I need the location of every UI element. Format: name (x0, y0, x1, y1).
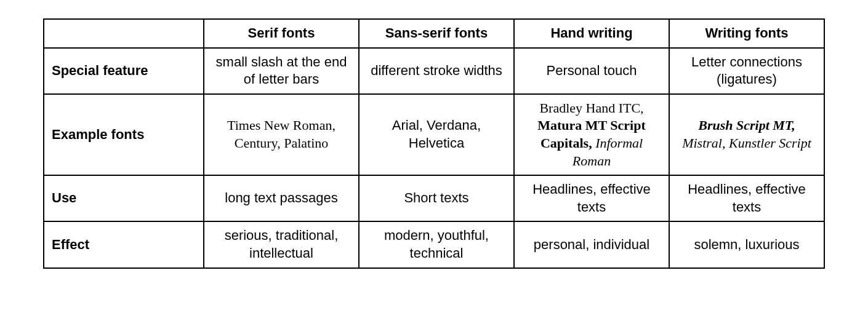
table-row: Effect serious, traditional, intellectua… (44, 221, 824, 268)
cell-effect-write: solemn, luxurious (669, 221, 824, 268)
font-comparison-table: Serif fonts Sans-serif fonts Hand writin… (43, 18, 825, 269)
row-label-special-feature: Special feature (44, 48, 204, 94)
row-label-use: Use (44, 175, 204, 221)
example-font: Times New Roman (227, 117, 332, 133)
col-header-writing: Writing fonts (669, 19, 824, 48)
cell-examples-serif: Times New Roman Century Palatino (204, 94, 359, 175)
cell-special-sans: different stroke widths (359, 48, 514, 94)
cell-special-hand: Personal touch (514, 48, 669, 94)
example-font: Brush Script MT (698, 117, 792, 133)
cell-use-serif: long text passages (204, 175, 359, 221)
cell-use-hand: Headlines, effective texts (514, 175, 669, 221)
table-row: Example fonts Times New Roman Century Pa… (44, 94, 824, 175)
cell-special-write: Letter connections (ligatures) (669, 48, 824, 94)
row-label-effect: Effect (44, 221, 204, 268)
cell-use-write: Headlines, effective texts (669, 175, 824, 221)
col-header-sans-serif: Sans-serif fonts (359, 19, 514, 48)
cell-examples-write: Brush Script MT Mistral Kunstler Script (669, 94, 824, 175)
cell-use-sans: Short texts (359, 175, 514, 221)
example-font: Helvetica (409, 135, 464, 151)
example-font: Verdana (427, 117, 477, 133)
table-row: Use long text passages Short texts Headl… (44, 175, 824, 221)
cell-effect-hand: personal, individual (514, 221, 669, 268)
col-header-serif: Serif fonts (204, 19, 359, 48)
document-page: Serif fonts Sans-serif fonts Hand writin… (0, 0, 868, 321)
example-font: Mistral (682, 135, 722, 151)
example-font: Palatino (284, 135, 328, 151)
example-font: Arial (392, 117, 419, 133)
table-header-row: Serif fonts Sans-serif fonts Hand writin… (44, 19, 824, 48)
cell-examples-sans: Arial Verdana Helvetica (359, 94, 514, 175)
example-font: Kunstler Script (729, 135, 811, 151)
example-font: Century (235, 135, 277, 151)
cell-effect-sans: modern, youthful, technical (359, 221, 514, 268)
col-header-handwriting: Hand writing (514, 19, 669, 48)
table-corner-cell (44, 19, 204, 48)
cell-examples-hand: Bradley Hand ITC Matura MT Script Capita… (514, 94, 669, 175)
row-label-example-fonts: Example fonts (44, 94, 204, 175)
cell-special-serif: small slash at the end of letter bars (204, 48, 359, 94)
example-font: Bradley Hand ITC (539, 100, 640, 116)
cell-effect-serif: serious, traditional, intellectual (204, 221, 359, 268)
table-row: Special feature small slash at the end o… (44, 48, 824, 94)
